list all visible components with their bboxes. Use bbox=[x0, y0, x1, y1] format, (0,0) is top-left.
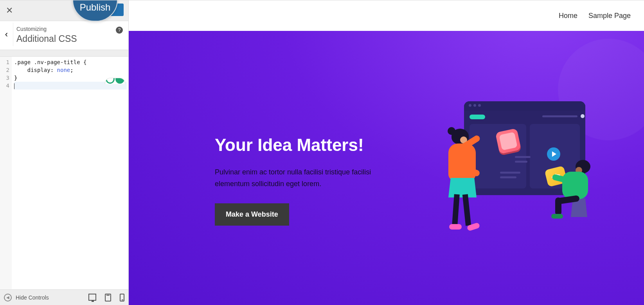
publish-button-label: Publish bbox=[80, 2, 111, 13]
hide-controls-label: Hide Controls bbox=[16, 294, 49, 301]
hero-illustration: </> bbox=[444, 101, 609, 242]
collapse-left-icon: ◀ bbox=[4, 294, 12, 301]
code-token: none bbox=[57, 67, 70, 73]
code-token: display bbox=[14, 67, 50, 73]
hero-subtitle: Pulvinar enim ac tortor nulla facilisi t… bbox=[215, 166, 403, 190]
publish-button[interactable]: Publish bbox=[72, 0, 118, 22]
device-desktop-icon[interactable] bbox=[88, 294, 96, 301]
hero-section: Your Idea Matters! Pulvinar enim ac tort… bbox=[129, 31, 644, 305]
nav-link-home[interactable]: Home bbox=[559, 12, 577, 20]
illus-person-standing bbox=[444, 129, 487, 226]
help-icon: ? bbox=[118, 27, 121, 33]
device-mobile-icon[interactable] bbox=[120, 294, 124, 301]
code-token: : bbox=[50, 67, 57, 73]
customizer-top-bar: ✕ Publish bbox=[0, 0, 128, 21]
illus-person-sitting bbox=[552, 160, 599, 234]
back-button[interactable]: ‹ bbox=[0, 23, 13, 46]
chevron-left-icon: ‹ bbox=[5, 29, 8, 39]
hero-title: Your Idea Matters! bbox=[215, 135, 403, 155]
image-thumb-icon bbox=[495, 128, 521, 154]
section-title: Additional CSS bbox=[16, 34, 122, 44]
site-preview: Home Sample Page Your Idea Matters! Pulv… bbox=[129, 0, 644, 305]
help-button[interactable]: ? bbox=[116, 27, 123, 34]
code-area[interactable]: .page .nv-page-title { display: none; } bbox=[12, 57, 128, 289]
code-token: ; bbox=[70, 67, 73, 73]
code-token: .page .nv-page-title { bbox=[14, 59, 86, 65]
close-icon: ✕ bbox=[6, 5, 13, 16]
code-token: } bbox=[14, 75, 17, 81]
close-customizer-button[interactable]: ✕ bbox=[0, 0, 19, 21]
customizer-footer: ◀ Hide Controls bbox=[0, 289, 128, 305]
nav-link-sample-page[interactable]: Sample Page bbox=[588, 12, 631, 20]
line-number-gutter: 1 2 3 4 bbox=[0, 57, 12, 289]
text-cursor bbox=[14, 83, 14, 89]
device-tablet-icon[interactable] bbox=[105, 294, 111, 301]
section-eyebrow: Customizing bbox=[16, 26, 122, 32]
line-number: 2 bbox=[0, 66, 9, 74]
line-number: 3 bbox=[0, 74, 9, 82]
customizer-panel: ✕ Publish ‹ Customizing Additional CSS ?… bbox=[0, 0, 129, 305]
site-nav: Home Sample Page bbox=[129, 0, 644, 31]
play-icon bbox=[547, 147, 560, 161]
editor-badge[interactable] bbox=[105, 78, 125, 84]
section-header: ‹ Customizing Additional CSS ? bbox=[0, 21, 128, 50]
css-editor[interactable]: 1 2 3 4 .page .nv-page-title { display: … bbox=[0, 56, 128, 289]
line-number: 4 bbox=[0, 82, 9, 90]
hero-cta-button[interactable]: Make a Website bbox=[215, 203, 289, 226]
line-number: 1 bbox=[0, 58, 9, 66]
hide-controls-button[interactable]: ◀ Hide Controls bbox=[4, 294, 49, 301]
